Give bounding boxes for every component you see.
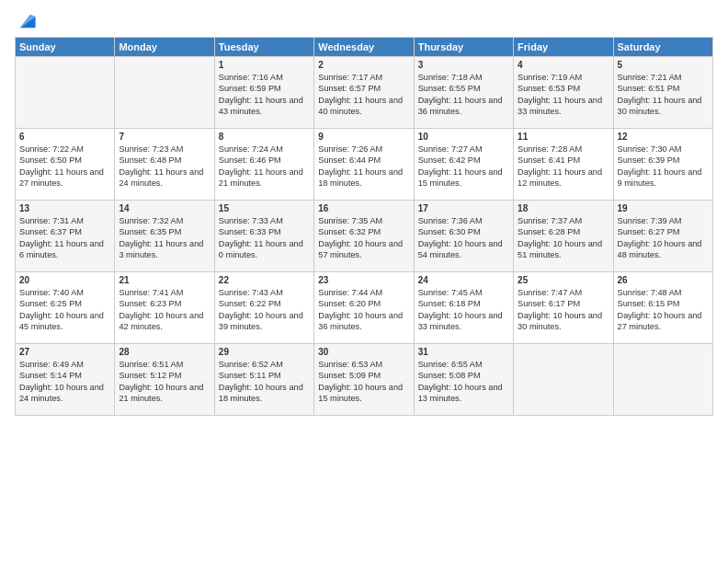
col-header-sunday: Sunday [16,38,115,57]
day-number: 16 [318,203,409,213]
header [15,11,713,31]
calendar-cell: 20Sunrise: 7:40 AM Sunset: 6:25 PM Dayli… [16,272,115,344]
cell-info: Sunrise: 7:22 AM Sunset: 6:50 PM Dayligh… [19,144,110,190]
cell-info: Sunrise: 7:21 AM Sunset: 6:51 PM Dayligh… [618,72,709,118]
calendar-table: SundayMondayTuesdayWednesdayThursdayFrid… [15,37,713,416]
calendar-cell [16,57,115,129]
calendar-cell: 15Sunrise: 7:33 AM Sunset: 6:33 PM Dayli… [214,201,313,272]
calendar-cell: 27Sunrise: 6:49 AM Sunset: 5:14 PM Dayli… [16,344,115,416]
cell-info: Sunrise: 6:49 AM Sunset: 5:14 PM Dayligh… [19,359,110,405]
calendar-cell: 19Sunrise: 7:39 AM Sunset: 6:27 PM Dayli… [613,201,712,272]
cell-info: Sunrise: 7:36 AM Sunset: 6:30 PM Dayligh… [418,215,509,261]
day-number: 1 [219,60,310,70]
calendar-cell: 18Sunrise: 7:37 AM Sunset: 6:28 PM Dayli… [514,201,613,272]
day-number: 24 [418,275,509,285]
cell-info: Sunrise: 7:41 AM Sunset: 6:23 PM Dayligh… [119,287,210,333]
day-number: 28 [119,347,210,357]
cell-info: Sunrise: 7:26 AM Sunset: 6:44 PM Dayligh… [318,144,409,190]
calendar-cell: 6Sunrise: 7:22 AM Sunset: 6:50 PM Daylig… [16,129,115,201]
day-number: 19 [618,203,709,213]
col-header-monday: Monday [115,38,214,57]
cell-info: Sunrise: 7:33 AM Sunset: 6:33 PM Dayligh… [219,215,310,261]
cell-info: Sunrise: 7:16 AM Sunset: 6:59 PM Dayligh… [219,72,310,118]
day-number: 18 [518,203,609,213]
day-number: 9 [318,132,409,142]
week-row-4: 27Sunrise: 6:49 AM Sunset: 5:14 PM Dayli… [16,344,713,416]
day-number: 17 [418,203,509,213]
cell-info: Sunrise: 7:31 AM Sunset: 6:37 PM Dayligh… [19,215,110,261]
col-header-thursday: Thursday [414,38,513,57]
day-number: 23 [318,275,409,285]
cell-info: Sunrise: 7:23 AM Sunset: 6:48 PM Dayligh… [119,144,210,190]
calendar-cell: 11Sunrise: 7:28 AM Sunset: 6:41 PM Dayli… [514,129,613,201]
calendar-cell: 25Sunrise: 7:47 AM Sunset: 6:17 PM Dayli… [514,272,613,344]
day-number: 10 [418,132,509,142]
col-header-friday: Friday [514,38,613,57]
calendar-cell: 17Sunrise: 7:36 AM Sunset: 6:30 PM Dayli… [414,201,513,272]
cell-info: Sunrise: 7:37 AM Sunset: 6:28 PM Dayligh… [518,215,609,261]
cell-info: Sunrise: 7:47 AM Sunset: 6:17 PM Dayligh… [518,287,609,333]
calendar-cell: 30Sunrise: 6:53 AM Sunset: 5:09 PM Dayli… [314,344,414,416]
cell-info: Sunrise: 6:52 AM Sunset: 5:11 PM Dayligh… [219,359,310,405]
cell-info: Sunrise: 7:40 AM Sunset: 6:25 PM Dayligh… [19,287,110,333]
day-number: 22 [219,275,310,285]
page: SundayMondayTuesdayWednesdayThursdayFrid… [0,0,728,563]
cell-info: Sunrise: 7:24 AM Sunset: 6:46 PM Dayligh… [219,144,310,190]
cell-info: Sunrise: 7:18 AM Sunset: 6:55 PM Dayligh… [418,72,509,118]
day-number: 5 [618,60,709,70]
calendar-cell: 29Sunrise: 6:52 AM Sunset: 5:11 PM Dayli… [214,344,313,416]
day-number: 29 [219,347,310,357]
day-number: 14 [119,203,210,213]
day-number: 21 [119,275,210,285]
col-header-saturday: Saturday [613,38,712,57]
calendar-cell: 14Sunrise: 7:32 AM Sunset: 6:35 PM Dayli… [115,201,214,272]
cell-info: Sunrise: 7:45 AM Sunset: 6:18 PM Dayligh… [418,287,509,333]
calendar-cell: 24Sunrise: 7:45 AM Sunset: 6:18 PM Dayli… [414,272,513,344]
header-row: SundayMondayTuesdayWednesdayThursdayFrid… [16,38,713,57]
calendar-cell: 2Sunrise: 7:17 AM Sunset: 6:57 PM Daylig… [314,57,414,129]
calendar-cell: 10Sunrise: 7:27 AM Sunset: 6:42 PM Dayli… [414,129,513,201]
day-number: 31 [418,347,509,357]
calendar-cell [115,57,214,129]
day-number: 25 [518,275,609,285]
calendar-cell: 4Sunrise: 7:19 AM Sunset: 6:53 PM Daylig… [514,57,613,129]
calendar-cell: 8Sunrise: 7:24 AM Sunset: 6:46 PM Daylig… [214,129,313,201]
cell-info: Sunrise: 7:30 AM Sunset: 6:39 PM Dayligh… [618,144,709,190]
calendar-cell: 5Sunrise: 7:21 AM Sunset: 6:51 PM Daylig… [613,57,712,129]
col-header-wednesday: Wednesday [314,38,414,57]
day-number: 30 [318,347,409,357]
day-number: 4 [518,60,609,70]
week-row-3: 20Sunrise: 7:40 AM Sunset: 6:25 PM Dayli… [16,272,713,344]
day-number: 6 [19,132,110,142]
week-row-2: 13Sunrise: 7:31 AM Sunset: 6:37 PM Dayli… [16,201,713,272]
calendar-cell: 7Sunrise: 7:23 AM Sunset: 6:48 PM Daylig… [115,129,214,201]
calendar-cell [613,344,712,416]
calendar-cell: 26Sunrise: 7:48 AM Sunset: 6:15 PM Dayli… [613,272,712,344]
cell-info: Sunrise: 6:53 AM Sunset: 5:09 PM Dayligh… [318,359,409,405]
cell-info: Sunrise: 7:43 AM Sunset: 6:22 PM Dayligh… [219,287,310,333]
calendar-cell: 12Sunrise: 7:30 AM Sunset: 6:39 PM Dayli… [613,129,712,201]
calendar-cell: 21Sunrise: 7:41 AM Sunset: 6:23 PM Dayli… [115,272,214,344]
day-number: 12 [618,132,709,142]
day-number: 26 [618,275,709,285]
col-header-tuesday: Tuesday [214,38,313,57]
week-row-0: 1Sunrise: 7:16 AM Sunset: 6:59 PM Daylig… [16,57,713,129]
day-number: 11 [518,132,609,142]
logo-icon [17,11,37,31]
day-number: 3 [418,60,509,70]
cell-info: Sunrise: 7:17 AM Sunset: 6:57 PM Dayligh… [318,72,409,118]
week-row-1: 6Sunrise: 7:22 AM Sunset: 6:50 PM Daylig… [16,129,713,201]
cell-info: Sunrise: 7:39 AM Sunset: 6:27 PM Dayligh… [618,215,709,261]
calendar-cell: 16Sunrise: 7:35 AM Sunset: 6:32 PM Dayli… [314,201,414,272]
calendar-cell: 9Sunrise: 7:26 AM Sunset: 6:44 PM Daylig… [314,129,414,201]
day-number: 8 [219,132,310,142]
calendar-cell: 31Sunrise: 6:55 AM Sunset: 5:08 PM Dayli… [414,344,513,416]
day-number: 27 [19,347,110,357]
calendar-cell: 23Sunrise: 7:44 AM Sunset: 6:20 PM Dayli… [314,272,414,344]
day-number: 13 [19,203,110,213]
calendar-cell: 3Sunrise: 7:18 AM Sunset: 6:55 PM Daylig… [414,57,513,129]
cell-info: Sunrise: 7:48 AM Sunset: 6:15 PM Dayligh… [618,287,709,333]
cell-info: Sunrise: 7:19 AM Sunset: 6:53 PM Dayligh… [518,72,609,118]
calendar-cell: 13Sunrise: 7:31 AM Sunset: 6:37 PM Dayli… [16,201,115,272]
calendar-cell: 28Sunrise: 6:51 AM Sunset: 5:12 PM Dayli… [115,344,214,416]
